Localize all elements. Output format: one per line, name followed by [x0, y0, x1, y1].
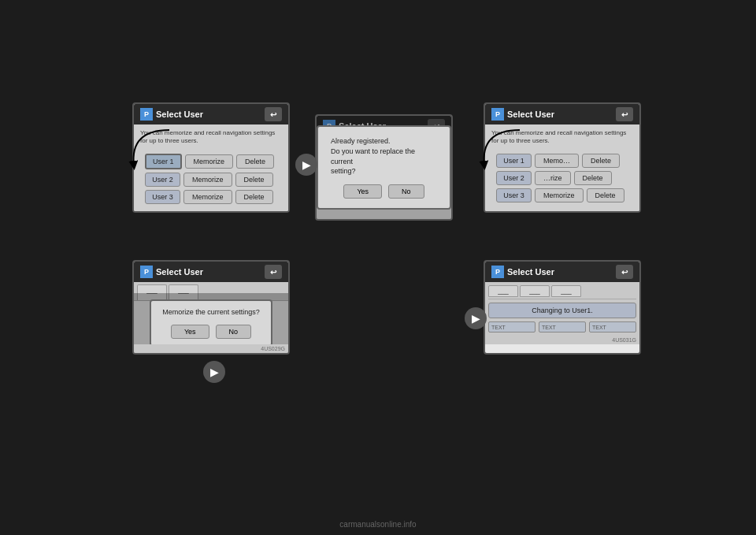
screen-bottom-left: P Select User ↩ ___ ___ Memorize the cur…: [132, 260, 290, 355]
memorize-dialog-text: Memorize the current settings?: [162, 307, 260, 318]
dialog-buttons: Yes No: [331, 184, 437, 199]
screen-tl-users: User 1 Memorize Delete User 2 Memorize D…: [140, 150, 282, 210]
screen-tm-dialog-overlay: Already registered. Do you want to repla…: [317, 116, 451, 219]
nav-arrow-circle-3: ▶: [465, 307, 487, 329]
br-tab3[interactable]: ___: [551, 285, 581, 297]
memorize-yes-btn[interactable]: Yes: [171, 325, 209, 339]
watermark: carmanualsonline.info: [339, 520, 416, 529]
screen-tl-back[interactable]: ↩: [265, 107, 282, 121]
nav-arrow-circle-1: ▶: [295, 154, 317, 176]
screen-bl-code: 4US029G: [134, 344, 288, 353]
screen-top-right: P Select User ↩ You can memorize and rec…: [484, 102, 641, 213]
memorize-user1-btn[interactable]: Memorize: [185, 154, 234, 169]
screen-bottom-right: P Select User ↩ ___ ___ ___ Changing to …: [484, 260, 641, 355]
table-row: User 3 Memorize Delete: [145, 190, 277, 204]
screen-br-back[interactable]: ↩: [616, 265, 633, 279]
br-tab2[interactable]: ___: [520, 285, 550, 297]
memorize-no-btn[interactable]: No: [216, 325, 252, 339]
screen-br-header: P Select User ↩: [485, 262, 639, 282]
delete-user2-btn[interactable]: Delete: [235, 173, 273, 187]
memorize-user3-btn[interactable]: Memorize: [183, 190, 232, 204]
tr-memorize-user1-btn[interactable]: Memo…: [535, 154, 579, 168]
dialog-already-registered-text: Already registered. Do you want to repla…: [331, 136, 437, 176]
delete-user1-btn[interactable]: Delete: [236, 154, 274, 169]
tr-delete-user1-btn[interactable]: Delete: [582, 154, 620, 168]
screen-tr-title: Select User: [507, 110, 554, 119]
screen-top-middle: P Select User ↩ ___ ___ Already register…: [315, 114, 453, 221]
screen-tl-subtitle: You can memorize and recall navigation s…: [140, 129, 282, 146]
br-slot3: TEXT: [589, 321, 636, 333]
screen-tl-icon: P: [140, 108, 153, 121]
nav-arrow-1: ▶: [295, 154, 317, 176]
memorize-dialog-buttons: Yes No: [162, 325, 260, 339]
delete-user3-btn[interactable]: Delete: [235, 190, 273, 204]
br-slot1: TEXT: [488, 321, 536, 333]
table-row: User 2 Memorize Delete: [145, 173, 277, 187]
page-background: P Select User ↩ You can memorize and rec…: [0, 0, 756, 535]
tr-delete-user3-btn[interactable]: Delete: [587, 188, 624, 202]
screen-tr-subtitle: You can memorize and recall navigation s…: [491, 129, 633, 146]
screen-tl-header: P Select User ↩: [134, 104, 288, 124]
screen-br-icon: P: [491, 266, 504, 278]
screen-tr-icon: P: [491, 108, 504, 121]
screen-top-left: P Select User ↩ You can memorize and rec…: [132, 102, 290, 213]
memorize-dialog: Memorize the current settings? Yes No: [150, 299, 272, 347]
screen-br-code: 4US031G: [485, 336, 639, 344]
user2-btn[interactable]: User 2: [145, 173, 180, 187]
table-row: User 1 Memorize Delete: [145, 154, 277, 169]
tr-user3-btn[interactable]: User 3: [496, 188, 532, 202]
nav-arrow-3: ▶: [465, 307, 487, 329]
changing-to-user-bar: Changing to User1.: [488, 303, 636, 318]
dialog-yes-btn[interactable]: Yes: [343, 184, 382, 199]
screen-bl-header: P Select User ↩: [134, 262, 288, 282]
screen-bl-title: Select User: [156, 267, 203, 277]
tr-memorize-user3-btn[interactable]: Memorize: [535, 188, 584, 202]
tr-user1-btn[interactable]: User 1: [496, 154, 532, 168]
br-tab1[interactable]: ___: [488, 285, 518, 297]
screen-tr-users: User 1 Memo… Delete User 2 …rize Delete …: [491, 150, 633, 209]
tr-user2-btn[interactable]: User 2: [496, 171, 532, 185]
dialog-no-btn[interactable]: No: [388, 184, 424, 199]
screen-bl-back[interactable]: ↩: [265, 265, 282, 279]
user3-btn[interactable]: User 3: [145, 190, 180, 204]
screen-tr-body: You can memorize and recall navigation s…: [485, 124, 639, 213]
table-row: User 1 Memo… Delete: [496, 154, 628, 168]
nav-arrow-2: ▶: [203, 361, 225, 383]
already-registered-dialog: Already registered. Do you want to repla…: [317, 125, 451, 209]
memorize-user2-btn[interactable]: Memorize: [183, 173, 232, 187]
screen-tl-title: Select User: [156, 110, 203, 119]
br-slot2: TEXT: [539, 321, 586, 333]
screen-tl-body: You can memorize and recall navigation s…: [134, 124, 288, 213]
screen-tr-back[interactable]: ↩: [616, 107, 633, 121]
screen-br-title: Select User: [507, 267, 554, 277]
user1-btn[interactable]: User 1: [145, 154, 182, 169]
screen-tr-header: P Select User ↩: [485, 104, 639, 124]
tr-delete-user2-btn[interactable]: Delete: [574, 171, 612, 185]
table-row: User 2 …rize Delete: [496, 171, 628, 185]
tr-memorize-user2-btn[interactable]: …rize: [535, 171, 571, 185]
table-row: User 3 Memorize Delete: [496, 188, 628, 202]
nav-arrow-circle-2: ▶: [203, 361, 225, 383]
screen-bl-icon: P: [140, 266, 153, 278]
